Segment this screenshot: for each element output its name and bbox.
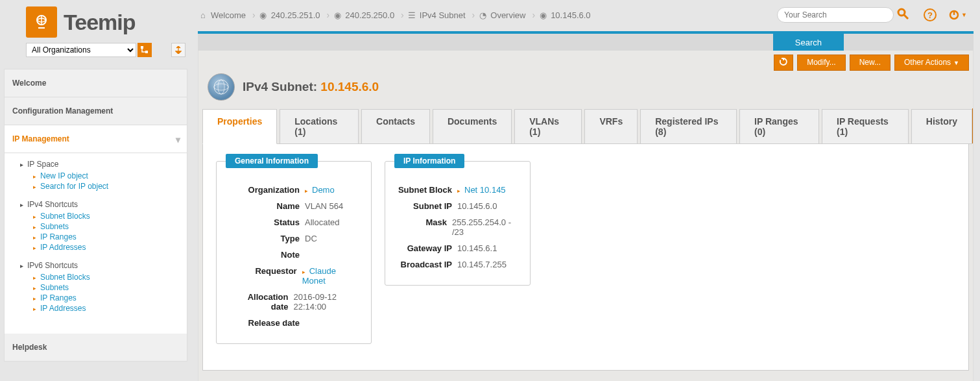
- nav-link-new-ip-object[interactable]: New IP object: [33, 171, 180, 180]
- sidebar: Teemip All Organizations Welcome Configu…: [0, 0, 191, 381]
- tab-documents[interactable]: Documents: [433, 109, 512, 144]
- nav-link-ipv4-ip-ranges[interactable]: IP Ranges: [33, 232, 180, 241]
- chevron-down-icon: ▾: [176, 134, 180, 145]
- nav-link-ipv4-ip-addresses[interactable]: IP Addresses: [33, 243, 180, 252]
- field-subnet-ip: 10.145.6.0: [457, 201, 497, 211]
- logo-text: Teemip: [64, 10, 136, 35]
- logout-menu[interactable]: ▼: [948, 9, 967, 21]
- subnet-icon: [208, 73, 235, 101]
- nav-helpdesk-label: Helpdesk: [12, 343, 47, 352]
- main-content: Search Modify... New... Other Actions▼ I…: [191, 31, 980, 381]
- search-bar: Search: [198, 31, 974, 51]
- tab-vlans[interactable]: VLANs (1): [514, 109, 582, 144]
- logo-icon: [26, 6, 57, 38]
- object-name: 10.145.6.0: [320, 80, 379, 93]
- field-allocation-date: 2016-09-12 22:14:00: [294, 292, 360, 312]
- breadcrumb-separator: ›: [472, 10, 475, 20]
- ip-information-fieldset: IP Information Subnet BlockNet 10.145 Su…: [385, 161, 531, 286]
- nav-config-label: Configuration Management: [12, 106, 113, 116]
- nav-link-ipv6-ip-ranges[interactable]: IP Ranges: [33, 293, 180, 302]
- svg-point-6: [214, 84, 228, 90]
- globe-icon: ◉: [258, 10, 269, 20]
- globe-icon: ◉: [538, 10, 548, 20]
- breadcrumb: ⌂Welcome › ◉240.25.251.0 › ◉240.25.250.0…: [198, 10, 777, 20]
- nav-menu: Welcome Configuration Management IP Mana…: [4, 69, 187, 362]
- breadcrumb-separator: ›: [327, 10, 330, 20]
- tab-content: General Information OrganizationDemo Nam…: [202, 143, 969, 371]
- list-icon: ☰: [407, 10, 417, 20]
- field-type: DC: [305, 234, 317, 243]
- breadcrumb-separator: ›: [252, 10, 256, 20]
- breadcrumb-separator: ›: [401, 10, 404, 20]
- home-icon: ⌂: [198, 10, 208, 20]
- nav-group-ipv6[interactable]: IPv6 Shortcuts: [20, 261, 180, 270]
- breadcrumb-welcome[interactable]: ⌂Welcome: [198, 10, 246, 20]
- field-name: VLAN 564: [305, 201, 343, 211]
- tab-strip-end: [972, 108, 973, 143]
- breadcrumb-current[interactable]: ◉10.145.6.0: [538, 10, 590, 20]
- organization-link[interactable]: Demo: [305, 185, 335, 195]
- search-toggle[interactable]: Search: [773, 34, 844, 52]
- breadcrumb-ip2[interactable]: ◉240.25.250.0: [332, 10, 394, 20]
- breadcrumb-subnet[interactable]: ☰IPv4 Subnet: [407, 10, 466, 20]
- nav-link-ipv4-subnets[interactable]: Subnets: [33, 222, 180, 231]
- general-information-fieldset: General Information OrganizationDemo Nam…: [216, 161, 372, 344]
- pie-icon: ◔: [477, 10, 488, 20]
- svg-point-3: [898, 9, 905, 16]
- nav-welcome[interactable]: Welcome: [5, 69, 187, 97]
- nav-ipm-content: IP Space New IP object Search for IP obj…: [5, 153, 187, 334]
- tab-history[interactable]: History: [911, 109, 972, 144]
- organization-select[interactable]: All Organizations: [26, 43, 136, 57]
- tab-locations[interactable]: Locations (1): [280, 109, 359, 144]
- logo[interactable]: Teemip: [0, 0, 191, 43]
- caret-down-icon: ▼: [953, 60, 959, 66]
- search-icon[interactable]: [896, 7, 909, 23]
- new-button[interactable]: New...: [850, 55, 890, 71]
- other-actions-button[interactable]: Other Actions▼: [894, 55, 969, 71]
- tab-ip-ranges[interactable]: IP Ranges (0): [739, 109, 819, 144]
- nav-link-ipv6-subnets[interactable]: Subnets: [33, 283, 180, 292]
- nav-link-ipv6-ip-addresses[interactable]: IP Addresses: [33, 304, 180, 313]
- general-info-legend: General Information: [226, 154, 318, 168]
- nav-group-ipv4[interactable]: IPv4 Shortcuts: [20, 200, 180, 209]
- svg-rect-1: [141, 46, 143, 49]
- nav-link-ipv6-subnet-blocks[interactable]: Subnet Blocks: [33, 273, 180, 282]
- org-tree-button[interactable]: [137, 43, 152, 57]
- nav-link-search-ip-object[interactable]: Search for IP object: [33, 182, 180, 191]
- field-broadcast-ip: 10.145.7.255: [457, 260, 507, 269]
- nav-ip-management[interactable]: IP Management ▾: [5, 125, 187, 153]
- toolbar: Modify... New... Other Actions▼: [198, 51, 973, 73]
- caret-down-icon: ▼: [961, 12, 967, 18]
- refresh-button[interactable]: [774, 55, 793, 71]
- pin-button[interactable]: [171, 43, 185, 57]
- field-mask: 255.255.254.0 - /23: [452, 217, 518, 237]
- subnet-block-link[interactable]: Net 10.145: [457, 185, 506, 195]
- svg-point-7: [218, 80, 224, 94]
- search-input[interactable]: [777, 7, 894, 23]
- breadcrumb-overview[interactable]: ◔Overview: [477, 10, 525, 20]
- nav-config-management[interactable]: Configuration Management: [5, 97, 187, 125]
- breadcrumb-separator: ›: [532, 10, 535, 20]
- modify-button[interactable]: Modify...: [797, 55, 845, 71]
- tab-properties[interactable]: Properties: [202, 109, 277, 144]
- tab-registered-ips[interactable]: Registered IPs (8): [640, 109, 737, 144]
- nav-ipm-label: IP Management: [12, 134, 69, 143]
- ip-info-legend: IP Information: [394, 154, 464, 168]
- object-type-label: IPv4 Subnet:: [243, 80, 317, 93]
- breadcrumb-ip1[interactable]: ◉240.25.251.0: [258, 10, 320, 20]
- requestor-link[interactable]: Claude Monet: [302, 266, 336, 286]
- field-status: Allocated: [305, 217, 339, 227]
- tab-vrfs[interactable]: VRFs: [584, 109, 638, 144]
- svg-rect-2: [145, 51, 148, 53]
- globe-icon: ◉: [332, 10, 342, 20]
- nav-group-ip-space[interactable]: IP Space: [20, 160, 180, 169]
- field-gateway-ip: 10.145.6.1: [457, 243, 497, 253]
- tab-ip-requests[interactable]: IP Requests (1): [822, 109, 909, 144]
- object-header: IPv4 Subnet: 10.145.6.0: [198, 73, 973, 108]
- tab-row: Properties Locations (1) Contacts Docume…: [198, 108, 973, 143]
- nav-link-ipv4-subnet-blocks[interactable]: Subnet Blocks: [33, 212, 180, 221]
- help-icon[interactable]: ?: [924, 8, 937, 21]
- nav-helpdesk[interactable]: Helpdesk: [5, 334, 187, 361]
- tab-contacts[interactable]: Contacts: [361, 109, 430, 144]
- svg-point-5: [214, 80, 228, 94]
